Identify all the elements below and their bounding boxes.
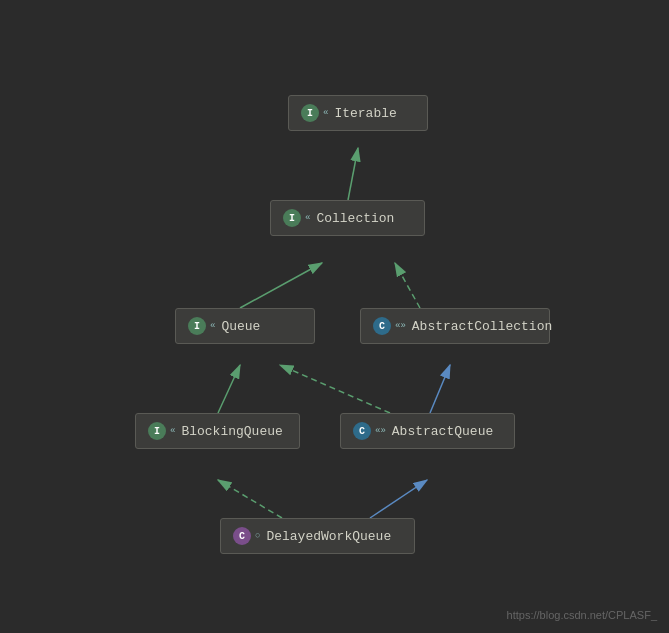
abstractqueue-icon: C	[353, 422, 371, 440]
iterable-badge: «	[323, 108, 328, 118]
node-abstractqueue: C «» AbstractQueue	[340, 413, 515, 449]
queue-label: Queue	[221, 319, 260, 334]
delayedworkqueue-label: DelayedWorkQueue	[266, 529, 391, 544]
blockingqueue-icon: I	[148, 422, 166, 440]
node-abstractcollection: C «» AbstractCollection	[360, 308, 550, 344]
queue-icon: I	[188, 317, 206, 335]
abstractcollection-badge: «»	[395, 321, 406, 331]
collection-badge: «	[305, 213, 310, 223]
svg-line-10	[370, 480, 427, 518]
abstractqueue-badge: «»	[375, 426, 386, 436]
abstractqueue-label: AbstractQueue	[392, 424, 493, 439]
abstractcollection-label: AbstractCollection	[412, 319, 552, 334]
collection-label: Collection	[316, 211, 394, 226]
svg-line-7	[430, 365, 450, 413]
svg-line-8	[218, 365, 240, 413]
watermark: https://blog.csdn.net/CPLASF_	[507, 609, 657, 621]
node-queue: I « Queue	[175, 308, 315, 344]
svg-line-9	[218, 480, 282, 518]
svg-line-4	[240, 263, 322, 308]
queue-badge: «	[210, 321, 215, 331]
abstractcollection-icon: C	[373, 317, 391, 335]
iterable-icon: I	[301, 104, 319, 122]
diagram-container: I « Iterable I « Collection I « Queue C …	[0, 0, 669, 633]
svg-line-6	[280, 365, 390, 413]
iterable-label: Iterable	[334, 106, 396, 121]
collection-icon: I	[283, 209, 301, 227]
node-delayedworkqueue: C ○ DelayedWorkQueue	[220, 518, 415, 554]
delayedworkqueue-icon: C	[233, 527, 251, 545]
node-blockingqueue: I « BlockingQueue	[135, 413, 300, 449]
delayedworkqueue-badge: ○	[255, 531, 260, 541]
node-iterable: I « Iterable	[288, 95, 428, 131]
node-collection: I « Collection	[270, 200, 425, 236]
svg-line-5	[395, 263, 420, 308]
blockingqueue-badge: «	[170, 426, 175, 436]
svg-line-3	[348, 148, 358, 200]
blockingqueue-label: BlockingQueue	[181, 424, 282, 439]
